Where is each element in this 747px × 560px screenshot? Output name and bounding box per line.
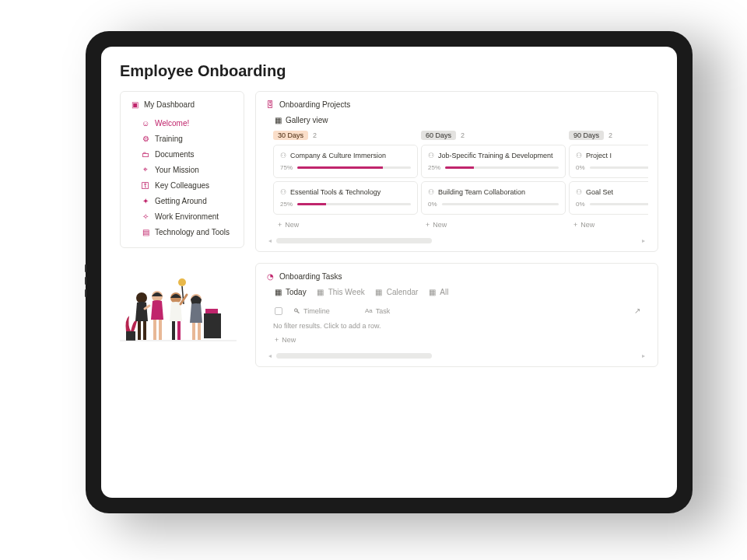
scroll-left-icon: ◂ — [268, 237, 272, 244]
projects-scrollbar[interactable]: ◂ ▸ — [265, 238, 648, 243]
new-card-label: New — [433, 221, 447, 229]
svg-rect-8 — [159, 320, 162, 340]
sidebar-card: ▣ My Dashboard ☺Welcome!⚙Training🗀Docume… — [120, 91, 244, 248]
column-tag[interactable]: 60 Days — [421, 131, 456, 140]
project-card[interactable]: ⚇Goal Set0% — [569, 181, 648, 215]
sidebar-item[interactable]: ⚿Key Colleagues — [141, 177, 234, 193]
table-icon: ▦ — [316, 287, 325, 296]
progress-bar — [590, 203, 648, 205]
briefcase-icon: 🗄 — [265, 100, 275, 109]
card-title: Job-Specific Training & Development — [438, 152, 553, 159]
sidebar-item[interactable]: ⌖Your Mission — [141, 162, 234, 177]
sidebar-item-label: Key Colleagues — [155, 181, 209, 190]
sidebar-item-icon: ⚙ — [141, 134, 150, 143]
sidebar-title-row[interactable]: ▣ My Dashboard — [130, 100, 234, 109]
checkbox-column[interactable] — [273, 307, 284, 315]
sidebar-item-icon: ⚿ — [141, 180, 150, 190]
new-card-button[interactable]: +New — [273, 218, 418, 232]
plus-icon: + — [275, 336, 279, 344]
scroll-thumb[interactable] — [276, 238, 432, 243]
projects-header[interactable]: 🗄 Onboarding Projects — [265, 100, 648, 109]
task-column-header[interactable]: Aa Task — [365, 307, 390, 315]
column-tag[interactable]: 90 Days — [569, 131, 604, 140]
column-header: 90 Days2 — [569, 131, 648, 140]
tab-label: Today — [286, 288, 307, 296]
gallery-column: 30 Days2⚇Company & Culture Immersion75%⚇… — [273, 131, 421, 232]
tasks-view-tab[interactable]: ▦Calendar — [374, 287, 419, 296]
progress-percent: 25% — [428, 164, 440, 171]
column-header: 30 Days2 — [273, 131, 418, 140]
svg-rect-7 — [153, 320, 156, 340]
project-card[interactable]: ⚇Job-Specific Training & Development25% — [421, 145, 566, 178]
svg-rect-0 — [126, 331, 135, 341]
plus-icon: + — [426, 221, 430, 229]
sidebar-item-label: Work Environment — [155, 212, 219, 221]
svg-point-1 — [178, 278, 186, 286]
task-label: Task — [376, 307, 391, 315]
gallery-view-tab[interactable]: ▦ Gallery view — [273, 115, 328, 124]
sidebar-item[interactable]: ☺Welcome! — [141, 115, 234, 131]
expand-icon[interactable]: ↗ — [634, 306, 640, 315]
new-task-button[interactable]: + New — [270, 333, 648, 347]
svg-rect-14 — [198, 323, 201, 340]
progress-row: 75% — [280, 164, 411, 171]
search-icon: 🔍︎ — [293, 307, 300, 315]
sidebar-item-label: Documents — [155, 150, 195, 159]
card-title: Building Team Collaboration — [438, 188, 525, 196]
progress-percent: 25% — [280, 201, 293, 208]
svg-rect-16 — [205, 309, 218, 313]
project-card[interactable]: ⚇Company & Culture Immersion75% — [273, 145, 418, 178]
sidebar-item[interactable]: ⚙Training — [141, 131, 234, 146]
sidebar-item-label: Your Mission — [155, 166, 199, 174]
tasks-view-tab[interactable]: ▦All — [427, 287, 448, 296]
timeline-column-header[interactable]: 🔍︎ Timeline — [293, 307, 356, 315]
person-icon: ⚇ — [576, 188, 582, 196]
new-card-label: New — [580, 221, 594, 229]
sidebar-item[interactable]: ✦Getting Around — [141, 193, 234, 208]
column-tag[interactable]: 30 Days — [273, 131, 308, 140]
sidebar-item[interactable]: ▤Technology and Tools — [141, 224, 234, 240]
progress-percent: 75% — [280, 164, 293, 171]
progress-bar — [297, 166, 411, 169]
sidebar-item[interactable]: 🗀Documents — [141, 146, 234, 162]
card-title: Goal Set — [586, 188, 613, 196]
tasks-view-tab[interactable]: ▦This Week — [316, 287, 365, 296]
gallery-icon: ▦ — [273, 115, 282, 124]
card-title-row: ⚇Essential Tools & Technology — [280, 188, 411, 196]
person-icon: ⚇ — [428, 188, 434, 196]
progress-fill — [445, 166, 473, 169]
card-title: Company & Culture Immersion — [290, 152, 386, 159]
projects-section: 🗄 Onboarding Projects ▦ Gallery view 30 … — [255, 91, 658, 252]
sidebar-item[interactable]: ✧Work Environment — [141, 208, 234, 224]
scroll-thumb[interactable] — [276, 353, 432, 359]
progress-bar — [590, 166, 648, 169]
text-icon: Aa — [365, 307, 373, 314]
tasks-table-header: 🔍︎ Timeline Aa Task ↗ — [265, 303, 648, 319]
tab-label: Calendar — [387, 288, 419, 296]
person-icon: ⚇ — [280, 188, 286, 196]
project-card[interactable]: ⚇Essential Tools & Technology25% — [273, 181, 418, 215]
checkbox-icon — [275, 307, 282, 315]
new-card-button[interactable]: +New — [421, 218, 566, 232]
project-card[interactable]: ⚇Project I0% — [569, 145, 648, 178]
progress-fill — [297, 203, 325, 205]
svg-point-3 — [136, 292, 147, 303]
empty-results-message[interactable]: No filter results. Click to add a row. — [265, 319, 648, 333]
sidebar-item-label: Welcome! — [155, 119, 189, 128]
svg-rect-11 — [177, 321, 181, 340]
gallery-column: 60 Days2⚇Job-Specific Training & Develop… — [421, 131, 569, 232]
column-count: 2 — [461, 131, 465, 139]
tasks-view-tab[interactable]: ▦Today — [273, 287, 307, 296]
tasks-scrollbar[interactable]: ◂ ▸ — [265, 353, 648, 359]
projects-title: Onboarding Projects — [279, 100, 350, 109]
svg-rect-5 — [143, 321, 146, 340]
card-title-row: ⚇Company & Culture Immersion — [280, 152, 411, 159]
new-card-button[interactable]: +New — [569, 218, 648, 232]
project-card[interactable]: ⚇Building Team Collaboration0% — [421, 181, 566, 215]
card-title-row: ⚇Project I — [576, 152, 648, 159]
tasks-header[interactable]: ◔ Onboarding Tasks — [265, 271, 648, 281]
card-title-row: ⚇Goal Set — [576, 188, 648, 196]
progress-percent: 0% — [576, 201, 585, 208]
sidebar-item-label: Training — [155, 135, 183, 143]
new-card-label: New — [285, 221, 299, 229]
